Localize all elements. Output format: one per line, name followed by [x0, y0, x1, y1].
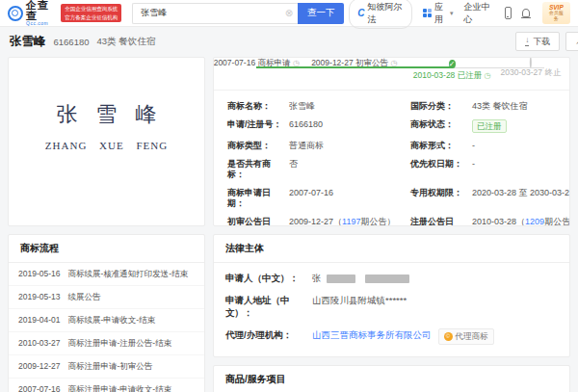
applicant-row: 申请人（中文）： 张: [225, 267, 558, 289]
apps-label: 应用: [434, 1, 447, 26]
notifications-bell-icon[interactable]: [522, 9, 530, 17]
gov-badge-line1: 全国企业信用查询系统: [65, 5, 118, 13]
agency-label: 代理/办理机构：: [225, 328, 312, 345]
flow-date: 2019-04-01: [18, 315, 60, 327]
detail-label: 商标状态：: [410, 116, 472, 137]
flow-date: 2009-12-27: [18, 361, 60, 373]
qcc-logo-icon: [8, 6, 23, 21]
enterprise-center-link[interactable]: 企业中心: [463, 1, 493, 26]
qcc-logo[interactable]: 企查查 Qcc.com: [8, 0, 56, 26]
step-date: 2030-03-27: [501, 67, 542, 77]
agency-badge-label: 代理商标: [456, 330, 488, 343]
detail-value: -: [472, 155, 556, 184]
detail-label: 优先权日期：: [410, 155, 472, 184]
agency-mark-icon: ©: [444, 332, 453, 341]
gazette-link[interactable]: 1209: [525, 217, 544, 226]
agency-row: 代理/办理机构： 山西三晋商标事务所有限公司©代理商标: [225, 324, 558, 350]
address-value: 山西陵川县附城镇******: [312, 294, 407, 319]
trademark-flow-card: 商标流程 2019-05-16 商标续展-核准通知打印发送-结束 2019-05…: [8, 234, 205, 392]
flow-date: 2007-07-16: [18, 384, 60, 392]
step-date: 2007-07-16: [214, 58, 255, 67]
detail-label: 注册公告日期：: [410, 213, 472, 226]
page-content: 张雪峰 ZHANG XUE FENG 2007-07-16 商标申请 ◷ 200…: [0, 57, 578, 392]
status-badge: 已注册: [472, 119, 507, 133]
flow-date: 2019-05-16: [18, 269, 60, 280]
legal-card-title: 法律主体: [214, 235, 569, 263]
svip-badge[interactable]: SVIP 会员服务: [542, 2, 570, 24]
detail-label: 专用权期限：: [410, 184, 472, 213]
flow-text: 商标注册申请-初审公告: [67, 361, 152, 373]
timeline-step-preliminary: 2009-12-27 初审公告 ◷: [298, 58, 411, 69]
detail-label: 商标类型：: [227, 137, 289, 155]
detail-value: 2009-12-27（: [289, 217, 342, 226]
goods-card-title: 商品/服务项目: [214, 366, 569, 392]
flow-date: 2019-05-13: [18, 292, 60, 303]
search-bar: ⊗ 查一下: [132, 3, 344, 24]
trademark-image-chinese: 张雪峰: [57, 100, 175, 129]
navbar-right: C 知彼阿尔法 应用 ▾ 企业中心 SVIP 会员服务: [349, 0, 570, 29]
qcc-logo-name: 企查查: [26, 0, 56, 21]
detail-value: 2007-07-16: [289, 184, 410, 213]
step-label: 商标申请: [258, 58, 291, 67]
address-label: 申请人地址（中文）：: [225, 294, 312, 319]
check-circle-icon: ✓: [449, 60, 456, 68]
detail-value: 张雪峰: [289, 97, 410, 116]
qcc-logo-text: 企查查 Qcc.com: [26, 0, 56, 26]
trademark-image-card: 张雪峰 ZHANG XUE FENG: [8, 57, 205, 226]
timeline-step-expiry: 2030-03-27 终止: [474, 58, 570, 79]
apps-menu[interactable]: 应用 ▾: [423, 1, 454, 26]
detail-value: 43类 餐饮住宿: [472, 97, 556, 116]
download-button[interactable]: ↓ 下载: [515, 32, 560, 51]
detail-label: 初审公告日期：: [227, 213, 289, 226]
title-actions: ↓ 下载 ↗: [515, 32, 578, 51]
qcc-logo-domain: Qcc.com: [26, 21, 56, 26]
share-button[interactable]: ↗: [565, 32, 578, 51]
gov-badge-line2: 官方备案企业征信机构: [65, 13, 118, 21]
legal-entity-card: 法律主体 申请人（中文）： 张 申请人地址（中文）： 山西陵川县附城镇*****…: [213, 234, 570, 357]
page-title: 张雪峰: [10, 34, 46, 50]
mobile-app-icon[interactable]: [505, 7, 512, 19]
flow-row: 2009-12-27 商标注册申请-初审公告: [9, 355, 204, 379]
agency-badge: ©代理商标: [438, 328, 494, 345]
detail-label: 商标形式：: [410, 137, 472, 155]
detail-value: 否: [289, 155, 410, 184]
top-navbar: 企查查 Qcc.com 全国企业信用查询系统 官方备案企业征信机构 ⊗ 查一下 …: [0, 0, 578, 27]
redacted-block: [365, 274, 409, 283]
detail-label: 是否共有商标：: [227, 155, 289, 184]
applicant-visible-text: 张: [312, 273, 322, 283]
flow-date: 2010-03-27: [18, 338, 60, 350]
trademark-image-pinyin: ZHANG XUE FENG: [45, 140, 168, 151]
flow-row: 2019-05-16 商标续展-核准通知打印发送-结束: [9, 263, 204, 286]
search-button[interactable]: 查一下: [298, 3, 344, 24]
trademark-category: 43类 餐饮住宿: [96, 36, 155, 48]
detail-value: 2010-03-28（: [472, 217, 525, 226]
clear-search-icon[interactable]: ⊗: [285, 8, 293, 19]
chevron-down-icon: ▾: [450, 10, 454, 17]
detail-value: 2020-03-28 至 2030-03-27: [472, 184, 556, 213]
flow-text: 商标注册申请-申请收文-结束: [67, 384, 171, 392]
flow-row: 2007-07-16 商标注册申请-申请收文-结束: [9, 379, 204, 392]
svip-sublabel: 会员服务: [548, 11, 565, 22]
search-input[interactable]: [132, 3, 298, 24]
flow-text: 商标续展-核准通知打印发送-结束: [67, 269, 188, 280]
flow-card-title: 商标流程: [9, 235, 204, 263]
detail-value: 期公告）: [544, 217, 570, 226]
detail-value: 6166180: [289, 116, 410, 137]
detail-label: 申请/注册号：: [227, 116, 289, 137]
flow-row: 2019-05-13 续展公告: [9, 286, 204, 309]
flow-text: 商标续展-申请收文-结束: [67, 315, 155, 327]
trademark-number: 6166180: [54, 37, 90, 47]
flow-text: 续展公告: [67, 292, 100, 303]
trademark-title-bar: 张雪峰 6166180 43类 餐饮住宿 ↓ 下载 ↗: [0, 27, 578, 55]
goods-services-card: 商品/服务项目 已申请群组： 4301 已申请商品/服务： 4301 快餐馆；流…: [213, 365, 570, 392]
trademark-detail-card: 2007-07-16 商标申请 ◷ 2009-12-27 初审公告 ◷ ✓ 20…: [213, 57, 570, 226]
zhibi-alpha-icon: C: [357, 9, 364, 18]
gazette-link[interactable]: 1197: [342, 217, 360, 226]
zhibi-alpha-link[interactable]: C 知彼阿尔法: [349, 0, 412, 29]
applicant-value: 张: [312, 272, 409, 284]
agency-company-link[interactable]: 山西三晋商标事务所有限公司: [312, 329, 432, 340]
applicant-label: 申请人（中文）：: [225, 272, 312, 284]
flow-row: 2019-04-01 商标续展-申请收文-结束: [9, 309, 204, 332]
detail-label: 商标申请日期：: [227, 184, 289, 213]
applicant-address-row: 申请人地址（中文）： 山西陵川县附城镇******: [225, 289, 558, 324]
